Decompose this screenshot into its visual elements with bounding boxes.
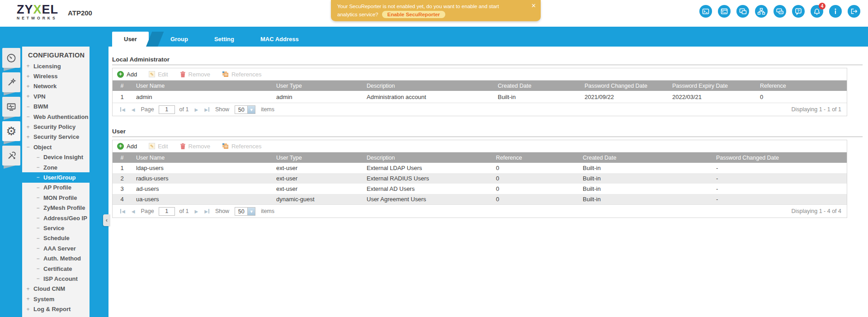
sidebar-item-user-group[interactable]: −User/Group [22,172,90,182]
section-title-local-administrator: Local Administrator [112,56,868,63]
table-row-admin[interactable]: 1 admin admin Administration account Bui… [113,91,847,103]
sidebar-item-vpn[interactable]: +VPN [22,91,90,101]
remove-button[interactable]: Remove [180,71,210,78]
tab-user[interactable]: User [112,32,149,47]
banner-close-icon[interactable]: ✕ [531,2,536,9]
sidebar-item-auth-method[interactable]: −Auth. Method [22,253,90,263]
displaying-status: Displaying 1 - 4 of 4 [792,208,841,214]
forum-icon[interactable] [774,5,786,18]
user-toolbar: +Add ✎Edit Remove References [113,140,847,152]
sidebar-item-log-report[interactable]: +Log & Report [22,304,90,314]
col-description[interactable]: Description [362,80,493,91]
items-label: items [261,208,274,214]
local-admin-header-row: # User Name User Type Description Create… [113,80,847,91]
devices-icon[interactable] [736,5,749,18]
edit-button[interactable]: ✎Edit [149,71,168,78]
last-page-icon[interactable]: ▶ [204,107,209,112]
sidebar-item-cloud-cnm[interactable]: +Cloud CNM [22,284,90,294]
setup-wizard-icon[interactable] [2,72,20,92]
next-page-icon[interactable]: ▶ [194,209,198,214]
page-size-select[interactable]: 50▼ [235,105,255,114]
enable-securereporter-button[interactable]: Enable SecuReporter [382,11,445,18]
sidebar-item-object[interactable]: −Object [22,142,90,152]
page-number-input[interactable] [159,105,175,114]
monitor-icon[interactable] [2,97,20,117]
sidebar-item-security-service[interactable]: +Security Service [22,132,90,142]
col-password-expiry-date[interactable]: Password Expiry Date [668,80,755,91]
last-page-icon[interactable]: ▶ [204,209,209,214]
add-button[interactable]: +Add [117,71,137,78]
notifications-icon[interactable]: 4 [811,5,823,18]
edit-button[interactable]: ✎Edit [149,143,168,150]
sitemap-icon[interactable] [755,5,768,18]
sidebar-item-zymesh-profile[interactable]: −ZyMesh Profile [22,203,90,213]
table-row-radius-users[interactable]: 2 radius-users ext-user External RADIUS … [113,173,847,184]
col-user-name[interactable]: User Name [132,152,272,163]
sidebar-item-bwm[interactable]: −BWM [22,102,90,112]
col-user-name[interactable]: User Name [132,80,272,91]
sidebar-item-service[interactable]: −Service [22,223,90,233]
tab-setting[interactable]: Setting [204,32,244,47]
sidebar-item-address-geo-ip[interactable]: −Address/Geo IP [22,213,90,223]
col-password-changed-date[interactable]: Password Changed Date [580,80,668,91]
sidebar-item-mon-profile[interactable]: −MON Profile [22,193,90,203]
maintenance-icon[interactable] [2,146,20,166]
next-page-icon[interactable]: ▶ [194,107,198,112]
sidebar-item-ap-profile[interactable]: −AP Profile [22,183,90,193]
col-reference[interactable]: Reference [491,152,578,163]
references-button[interactable]: References [222,143,261,150]
tab-group[interactable]: Group [160,32,198,47]
prev-page-icon[interactable]: ◀ [132,209,135,214]
chevron-left-icon: ‹ [106,217,108,223]
tab-mac-address[interactable]: MAC Address [250,32,309,47]
sidebar-collapse-handle[interactable]: ‹ [103,214,110,226]
table-row-ldap-users[interactable]: 1 ldap-users ext-user External LDAP User… [113,163,847,173]
sidebar-item-wireless[interactable]: +Wireless [22,71,90,81]
page-size-select[interactable]: 50▼ [235,207,255,216]
page-label: Page [141,106,154,113]
col-reference[interactable]: Reference [755,80,847,91]
section-rule [112,65,863,65]
page-number-input[interactable] [159,207,175,216]
references-button[interactable]: References [222,71,261,78]
first-page-icon[interactable]: ◀ [120,209,125,214]
sidebar-item-licensing[interactable]: +Licensing [22,61,90,71]
terminal-icon[interactable] [699,5,712,18]
col-user-type[interactable]: User Type [272,80,362,91]
sidebar-item-certificate[interactable]: −Certificate [22,264,90,274]
col-password-changed-date[interactable]: Password Changed Date [712,152,847,163]
zyxel-logo[interactable]: ZYXEL NETWORKS [17,4,58,20]
table-row-ua-users[interactable]: 4 ua-users dynamic-guest User Agreement … [113,194,847,204]
dashboard-icon[interactable] [2,48,20,68]
col-created-date[interactable]: Created Date [493,80,580,91]
sidebar-item-aaa-server[interactable]: −AAA Server [22,243,90,253]
info-icon[interactable] [829,5,842,18]
show-label: Show [215,106,229,113]
sidebar-item-device-insight[interactable]: −Device Insight [22,152,90,162]
code-window-icon[interactable] [718,5,731,18]
items-label: items [261,106,274,113]
prev-page-icon[interactable]: ◀ [132,107,135,112]
help-icon[interactable]: ? [792,5,805,18]
sidebar-item-zone[interactable]: −Zone [22,162,90,172]
sidebar-item-system[interactable]: +System [22,294,90,304]
header-icon-cluster: ? 4 [699,5,860,18]
local-admin-toolbar: +Add ✎Edit Remove References [113,68,847,80]
sidebar-item-security-policy[interactable]: +Security Policy [22,122,90,132]
logout-icon[interactable] [848,5,860,18]
sidebar-item-schedule[interactable]: −Schedule [22,233,90,243]
configuration-icon[interactable]: ⚙ [2,121,20,141]
col-created-date[interactable]: Created Date [578,152,712,163]
sidebar-item-network[interactable]: +Network [22,81,90,91]
table-row-ad-users[interactable]: 3 ad-users ext-user External AD Users 0 … [113,184,847,194]
col-user-type[interactable]: User Type [272,152,362,163]
col-description[interactable]: Description [362,152,491,163]
first-page-icon[interactable]: ◀ [120,107,125,112]
add-button[interactable]: +Add [117,143,137,150]
col-number[interactable]: # [113,80,132,91]
col-number[interactable]: # [113,152,132,163]
remove-button[interactable]: Remove [180,143,210,150]
sidebar-item-isp-account[interactable]: −ISP Account [22,274,90,284]
add-icon: + [117,71,124,78]
sidebar-item-web-authentication[interactable]: −Web Authentication [22,112,90,122]
